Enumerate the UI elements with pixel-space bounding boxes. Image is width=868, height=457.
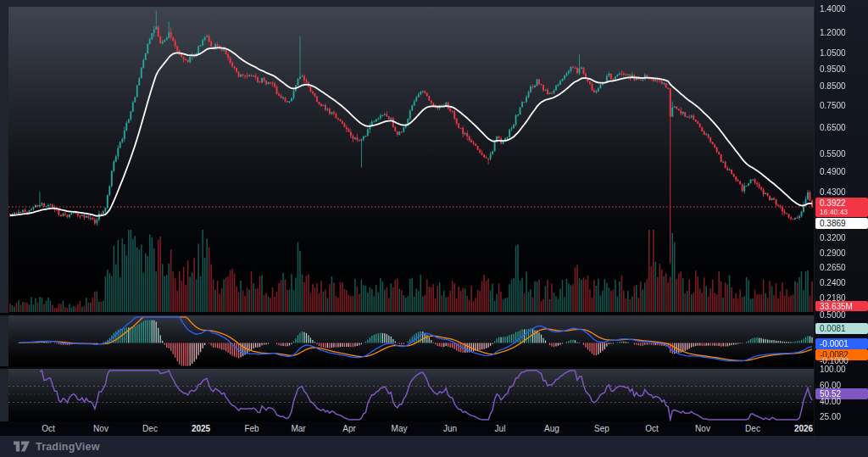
year-label: 2025 xyxy=(192,424,210,433)
price-axis-label: 1.4000 xyxy=(820,4,846,14)
rsi-scale-label: 60.00 xyxy=(820,381,841,391)
price-scale[interactable]: 0.3922 16:40:43 0.3869 33.635M 0.0081 -0… xyxy=(814,0,868,436)
month-label: Mar xyxy=(291,424,305,433)
last-price-value: 0.3922 xyxy=(820,198,846,208)
tradingview-logo[interactable]: TradingView xyxy=(14,441,100,453)
countdown-timer: 16:40:43 xyxy=(820,208,848,217)
footer-bar: TradingView xyxy=(0,436,868,457)
price-axis-label: 1.0500 xyxy=(820,48,846,59)
price-axis-label: 0.5500 xyxy=(820,149,846,159)
month-label: May xyxy=(392,424,408,433)
rsi-scale-label: 100.00 xyxy=(820,365,846,375)
pane-separator-macd[interactable] xyxy=(0,313,814,315)
month-label: Apr xyxy=(342,424,356,433)
price-axis-label: 0.6500 xyxy=(820,123,846,133)
price-axis-label: 0.8500 xyxy=(820,81,846,92)
time-scale[interactable]: OctNovDec2025FebMarAprMayJunJulAugSepOct… xyxy=(0,421,814,436)
rsi-scale-label: 25.00 xyxy=(820,412,841,422)
macd-histogram-badge: 0.0081 xyxy=(815,323,868,334)
macd-scale-label: 0.5000 xyxy=(820,310,846,320)
month-label: Feb xyxy=(244,424,259,433)
price-axis-label: 0.3200 xyxy=(820,233,846,243)
month-label: Jul xyxy=(495,424,506,433)
last-price-badge: 0.3922 16:40:43 xyxy=(815,198,868,217)
chart-canvas[interactable] xyxy=(0,0,868,457)
rsi-scale-label: 40.00 xyxy=(820,397,841,407)
month-label: Oct xyxy=(645,424,659,433)
year-label: 2026 xyxy=(794,424,813,433)
month-label: Dec xyxy=(745,424,760,433)
pane-separator-rsi[interactable] xyxy=(0,366,814,369)
month-label: Aug xyxy=(544,424,559,433)
price-axis-label: 0.4900 xyxy=(820,167,846,177)
price-axis-label: 0.9500 xyxy=(820,64,846,75)
month-label: Nov xyxy=(695,424,710,433)
tradingview-chart-window: OctNovDec2025FebMarAprMayJunJulAugSepOct… xyxy=(0,0,868,457)
price-axis-label: 0.2900 xyxy=(820,248,846,259)
price-axis-label: 0.2650 xyxy=(820,263,846,273)
month-label: Nov xyxy=(93,424,108,433)
price-axis-label: 0.2400 xyxy=(820,278,846,288)
price-axis-label: 0.2180 xyxy=(820,293,846,304)
tradingview-logo-text: TradingView xyxy=(36,441,100,453)
month-label: Oct xyxy=(42,424,55,433)
price-axis-label: 0.7500 xyxy=(820,101,846,111)
month-label: Jun xyxy=(443,424,457,433)
close-price-badge: 0.3869 xyxy=(815,218,868,229)
macd-line-badge: -0.0001 xyxy=(815,338,868,349)
price-axis-label: 0.4300 xyxy=(820,187,846,198)
price-axis-label: 1.2000 xyxy=(820,28,846,38)
month-label: Sep xyxy=(594,424,609,433)
tradingview-logo-icon xyxy=(14,441,30,452)
month-label: Dec xyxy=(142,424,158,433)
